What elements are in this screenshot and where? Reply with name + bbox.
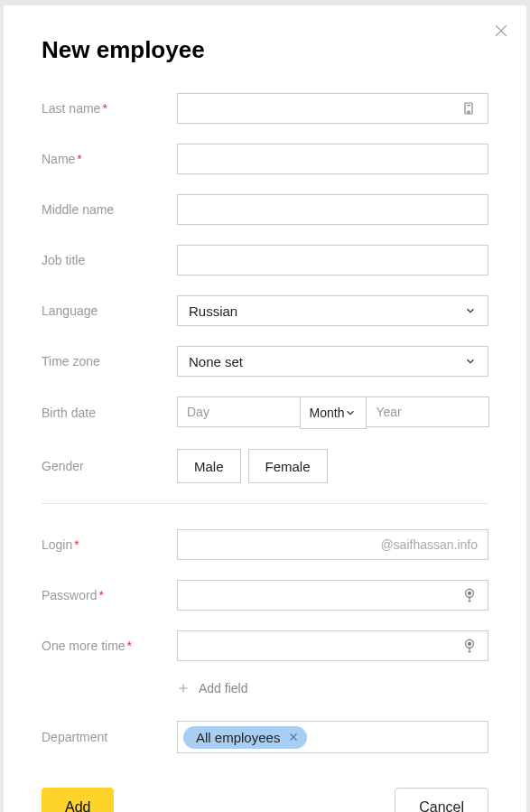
chevron-down-icon xyxy=(344,406,357,419)
birth-month-select[interactable]: Month xyxy=(300,397,367,429)
last-name-label: Last name* xyxy=(42,101,177,116)
password-confirm-label: One more time* xyxy=(42,639,177,653)
contacts-icon[interactable] xyxy=(461,101,476,116)
language-select[interactable]: Russian xyxy=(177,295,488,326)
chevron-down-icon xyxy=(464,355,477,368)
department-label: Department xyxy=(42,730,177,744)
gender-female-button[interactable]: Female xyxy=(248,449,328,483)
birth-year-input[interactable] xyxy=(366,397,489,427)
department-chip: All employees xyxy=(183,726,307,749)
department-chip-label: All employees xyxy=(196,730,280,745)
login-label: Login* xyxy=(42,537,177,552)
time-zone-label: Time zone xyxy=(42,354,177,369)
password-label: Password* xyxy=(42,588,177,602)
chip-remove-icon[interactable] xyxy=(287,731,300,743)
chevron-down-icon xyxy=(464,304,477,317)
svg-point-6 xyxy=(469,592,471,594)
add-field-button[interactable]: Add field xyxy=(177,681,488,695)
name-label: Name* xyxy=(42,152,177,166)
job-title-label: Job title xyxy=(42,253,177,267)
birth-month-value: Month xyxy=(310,406,345,420)
password-confirm-input[interactable] xyxy=(177,630,488,661)
generate-password-icon[interactable] xyxy=(461,587,478,603)
svg-point-10 xyxy=(469,642,471,645)
login-input[interactable] xyxy=(177,529,488,560)
time-zone-select[interactable]: None set xyxy=(177,346,488,377)
time-zone-value: None set xyxy=(189,354,243,369)
new-employee-modal: New employee Last name* Name* xyxy=(4,5,526,812)
password-input[interactable] xyxy=(177,580,488,611)
language-label: Language xyxy=(42,303,177,318)
modal-actions: Add Cancel xyxy=(42,788,488,812)
add-button[interactable]: Add xyxy=(42,788,114,812)
middle-name-input[interactable] xyxy=(177,194,488,225)
close-icon[interactable] xyxy=(492,22,510,40)
job-title-input[interactable] xyxy=(177,245,488,275)
language-value: Russian xyxy=(189,303,237,319)
gender-label: Gender xyxy=(42,459,177,473)
plus-icon xyxy=(177,682,190,695)
name-input[interactable] xyxy=(177,144,488,174)
birth-day-input[interactable] xyxy=(177,397,301,427)
add-field-label: Add field xyxy=(199,681,247,695)
cancel-button[interactable]: Cancel xyxy=(395,788,488,812)
department-field[interactable]: All employees xyxy=(177,721,488,753)
last-name-input[interactable] xyxy=(177,93,488,124)
generate-password-icon[interactable] xyxy=(461,638,478,654)
section-divider xyxy=(42,503,488,504)
birth-date-label: Birth date xyxy=(42,406,177,420)
page-title: New employee xyxy=(42,36,488,64)
gender-male-button[interactable]: Male xyxy=(177,449,241,483)
middle-name-label: Middle name xyxy=(42,202,177,217)
